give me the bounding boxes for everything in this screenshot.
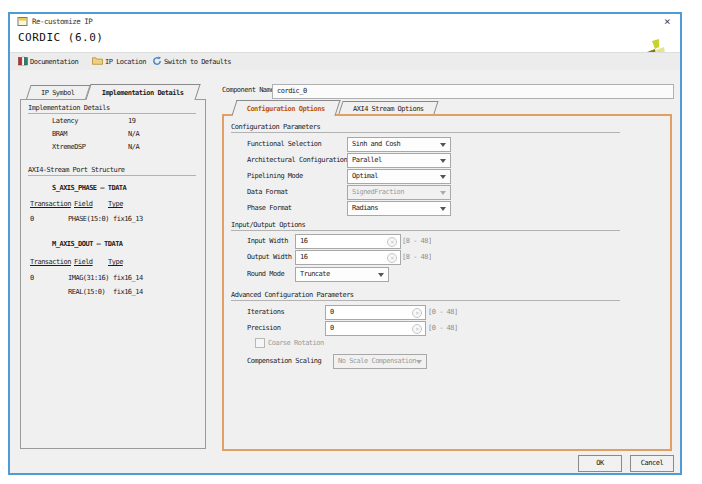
chevron-down-icon [440, 143, 446, 147]
col-header-field: Field [74, 258, 93, 266]
iterations-range: [0 - 48] [428, 308, 458, 316]
book-icon [18, 56, 28, 68]
col-header-type: Type [108, 200, 123, 208]
cancel-button[interactable]: Cancel [630, 455, 674, 472]
bram-label: BRAM [52, 130, 67, 138]
compensation-scaling-dropdown: No Scale Compensation [333, 354, 427, 369]
output-width-range: [8 - 48] [402, 253, 432, 261]
io-options-heading: Input/Output Options [231, 221, 305, 229]
round-mode-dropdown[interactable]: Truncate [295, 267, 389, 282]
architectural-configuration-label: Architectural Configuration [247, 156, 347, 164]
divider [28, 175, 196, 176]
divider [231, 230, 620, 231]
table-cell: PHASE(15:0) [68, 215, 109, 223]
s-axis-phase-title: S_AXIS_PHASE — TDATA [52, 184, 126, 192]
clear-icon[interactable]: × [387, 237, 397, 247]
component-name-input[interactable]: cordic_0 [272, 84, 674, 99]
ok-button[interactable]: OK [578, 455, 622, 472]
divider [231, 132, 620, 133]
dialog-titlebar-icon [17, 16, 28, 29]
col-header-transaction: Transaction [30, 200, 71, 208]
precision-field[interactable]: 0× [325, 321, 426, 336]
close-icon[interactable]: × [660, 15, 674, 29]
clear-icon[interactable]: × [412, 308, 422, 318]
data-format-dropdown: SignedFraction [347, 185, 451, 200]
divider [231, 300, 620, 301]
table-cell: fix16_13 [113, 215, 143, 223]
output-width-field[interactable]: 16× [295, 250, 401, 265]
coarse-rotation-label: Coarse Rotation [268, 339, 324, 347]
folder-icon [92, 56, 103, 67]
chevron-down-icon [440, 191, 446, 195]
clear-icon[interactable]: × [412, 324, 422, 334]
xtremedsp-label: XtremeDSP [52, 143, 85, 151]
chevron-down-icon [416, 360, 422, 364]
xtremedsp-value: N/A [128, 143, 139, 151]
recustomize-ip-dialog-page: Re-customize IP × CORDIC (6.0) Documenta… [0, 0, 702, 484]
table-cell: IMAG(31:16) [68, 274, 109, 282]
latency-label: Latency [52, 117, 78, 125]
axi4-port-structure-heading: AXI4-Stream Port Structure [28, 166, 125, 174]
col-header-transaction: Transaction [30, 258, 71, 266]
compensation-scaling-label: Compensation Scaling [247, 357, 321, 365]
input-width-label: Input Width [247, 237, 288, 245]
bram-value: N/A [128, 130, 139, 138]
chevron-down-icon [378, 273, 384, 277]
divider [28, 113, 196, 114]
table-cell: 0 [30, 215, 34, 223]
ip-title: CORDIC (6.0) [18, 31, 103, 44]
phase-format-label: Phase Format [247, 204, 292, 212]
functional-selection-dropdown[interactable]: Sinh and Cosh [347, 137, 451, 152]
table-cell: fix16_14 [113, 288, 143, 296]
tab-implementation-details[interactable]: Implementation Details [85, 84, 200, 100]
precision-range: [0 - 48] [428, 324, 458, 332]
chevron-down-icon [440, 159, 446, 163]
iterations-label: Iterations [247, 308, 284, 316]
data-format-label: Data Format [247, 188, 288, 196]
config-parameters-heading: Configuration Parameters [231, 123, 320, 131]
input-width-range: [8 - 48] [402, 237, 432, 245]
chevron-down-icon [440, 207, 446, 211]
input-width-field[interactable]: 16× [295, 234, 401, 249]
col-header-type: Type [108, 258, 123, 266]
iterations-field[interactable]: 0× [325, 305, 426, 320]
clear-icon[interactable]: × [387, 253, 397, 263]
phase-format-dropdown[interactable]: Radians [347, 201, 451, 216]
refresh-icon [152, 56, 162, 68]
tab-configuration-options[interactable]: Configuration Options [231, 100, 340, 116]
architectural-configuration-dropdown[interactable]: Parallel [347, 153, 451, 168]
dialog-header-area [10, 14, 680, 52]
latency-value: 19 [128, 117, 135, 125]
output-width-label: Output Width [247, 253, 292, 261]
pipelining-mode-label: Pipelining Mode [247, 172, 303, 180]
dialog-title: Re-customize IP [32, 17, 92, 26]
documentation-button[interactable]: Documentation [18, 56, 78, 67]
m-axis-dout-title: M_AXIS_DOUT — TDATA [52, 240, 123, 248]
coarse-rotation-checkbox [255, 338, 265, 348]
table-cell: fix16_14 [113, 274, 143, 282]
col-header-field: Field [74, 200, 93, 208]
component-name-label: Component Name [222, 86, 274, 94]
pipelining-mode-dropdown[interactable]: Optimal [347, 169, 451, 184]
advanced-config-heading: Advanced Configuration Parameters [231, 291, 354, 299]
table-cell: 0 [30, 274, 34, 282]
round-mode-label: Round Mode [247, 270, 284, 278]
chevron-down-icon [440, 175, 446, 179]
precision-label: Precision [247, 324, 280, 332]
ip-location-button[interactable]: IP Location [92, 56, 146, 67]
switch-to-defaults-button[interactable]: Switch to Defaults [152, 56, 231, 67]
functional-selection-label: Functional Selection [247, 140, 321, 148]
table-cell: REAL(15:0) [68, 288, 105, 296]
impl-details-heading: Implementation Details [28, 104, 110, 112]
